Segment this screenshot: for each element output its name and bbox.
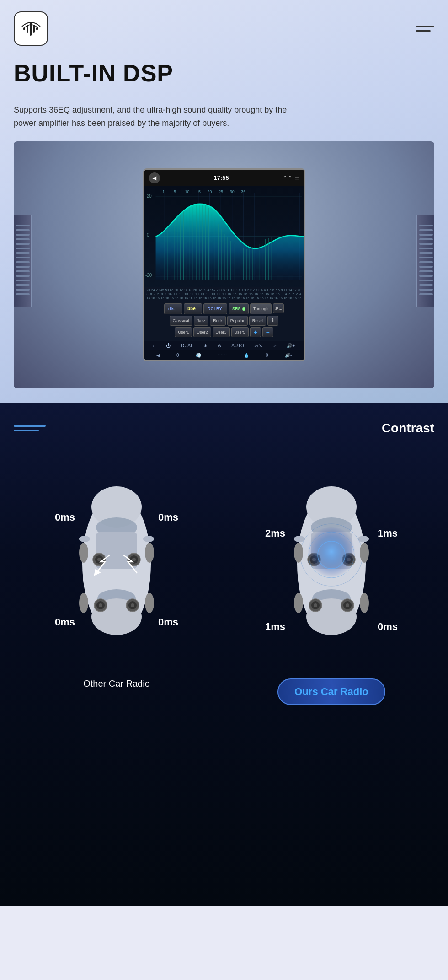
- climate-wind-icon[interactable]: 💨: [196, 353, 201, 358]
- svg-rect-29: [419, 257, 433, 258]
- svg-point-154: [294, 593, 303, 613]
- svg-point-153: [360, 543, 369, 563]
- eq-dolby-btn[interactable]: DOLBY: [203, 303, 227, 314]
- header: [14, 0, 434, 55]
- contrast-divider: [14, 445, 434, 445]
- climate-vol-down-icon[interactable]: 🔊-: [285, 353, 292, 358]
- eq-reset-btn[interactable]: Reset: [249, 316, 267, 326]
- svg-point-125: [145, 543, 154, 563]
- eq-user5-btn[interactable]: User5: [231, 327, 249, 337]
- svg-rect-20: [16, 289, 30, 291]
- dashboard-container: ◀ 17:55 ⌃⌃ ▭: [14, 141, 434, 388]
- other-car-column: 0ms 0ms 0ms 0ms: [14, 468, 219, 689]
- svg-rect-23: [419, 229, 433, 231]
- svg-point-111: [143, 536, 154, 542]
- svg-point-144: [314, 603, 317, 607]
- svg-text:10: 10: [185, 189, 189, 194]
- svg-point-135: [358, 536, 369, 542]
- screen-wifi-icon: ⌃⌃: [283, 175, 292, 181]
- svg-text:20: 20: [207, 189, 212, 194]
- eq-minus-btn[interactable]: −: [262, 327, 273, 337]
- eq-info-btn[interactable]: ℹ: [267, 316, 278, 326]
- contrast-header: Contrast: [14, 421, 434, 436]
- eq-dts-btn[interactable]: dts: [164, 303, 182, 314]
- svg-text:bbe: bbe: [187, 306, 196, 311]
- screen-content: ◀ 17:55 ⌃⌃ ▭: [144, 170, 304, 360]
- ours-timing-top-left: 2ms: [265, 528, 285, 539]
- ours-car-label: Ours Car Radio: [277, 678, 385, 705]
- climate-heat-icon[interactable]: 〰〰: [218, 353, 227, 358]
- eq-add-btn[interactable]: +: [250, 327, 261, 337]
- svg-point-114: [97, 558, 101, 561]
- eq-popular-btn[interactable]: Popular: [227, 316, 248, 326]
- eq-through-btn[interactable]: Through: [250, 303, 272, 314]
- svg-rect-37: [419, 293, 433, 295]
- contrast-title: Contrast: [382, 421, 434, 436]
- screen-back-btn[interactable]: ◀: [149, 172, 160, 183]
- ours-timing-bottom-left: 1ms: [265, 621, 285, 633]
- svg-point-123: [131, 603, 134, 607]
- climate-power-icon[interactable]: ⏻: [166, 343, 171, 348]
- screen-time: 17:55: [213, 174, 229, 181]
- climate-auto-label: AUTO: [231, 343, 244, 348]
- climate-vol-up-icon[interactable]: 🔊+: [287, 343, 295, 348]
- eq-rock-btn[interactable]: Rock: [210, 316, 226, 326]
- svg-text:20: 20: [146, 194, 151, 199]
- climate-snowflake-icon[interactable]: ❄: [203, 343, 207, 348]
- svg-text:-20: -20: [145, 273, 152, 278]
- eq-btn-row-1: dts bbe DOLBY SRS ◉ Through: [147, 303, 302, 314]
- contrast-lines-icon: [14, 425, 46, 431]
- eq-user2-btn[interactable]: User2: [193, 327, 211, 337]
- eq-buttons: dts bbe DOLBY SRS ◉ Through: [144, 301, 304, 341]
- svg-point-124: [79, 543, 88, 563]
- eq-vol-btn[interactable]: ⊕⊖: [273, 303, 284, 313]
- eq-bbe-btn[interactable]: bbe: [184, 303, 202, 314]
- svg-text:25: 25: [219, 189, 223, 194]
- svg-rect-26: [419, 243, 433, 245]
- eq-jazz-btn[interactable]: Jazz: [194, 316, 209, 326]
- menu-button[interactable]: [416, 26, 434, 32]
- eq-classical-btn[interactable]: Classical: [170, 316, 192, 326]
- climate-water-icon[interactable]: 💧: [244, 353, 249, 358]
- climate-recirculate-icon[interactable]: ↗: [273, 343, 277, 348]
- svg-point-148: [302, 523, 361, 587]
- climate-temp-label: 24°C: [254, 344, 262, 348]
- svg-rect-13: [16, 257, 30, 258]
- eq-user1-btn[interactable]: User1: [175, 327, 192, 337]
- svg-rect-8: [16, 234, 30, 236]
- cars-comparison: 0ms 0ms 0ms 0ms: [14, 468, 434, 705]
- svg-text:0: 0: [146, 232, 149, 237]
- svg-point-147: [346, 603, 349, 607]
- screen-battery-icon: ▭: [294, 175, 299, 181]
- climate-home-icon[interactable]: ⌂: [153, 343, 156, 348]
- page-title: BUILT-IN DSP: [14, 59, 434, 87]
- svg-rect-17: [16, 275, 30, 277]
- svg-text:5: 5: [173, 189, 176, 194]
- svg-rect-4: [33, 25, 35, 33]
- climate-fan-icon[interactable]: ⊙: [218, 343, 221, 348]
- svg-text:30: 30: [229, 189, 234, 194]
- climate-dual-label: DUAL: [181, 343, 193, 348]
- ours-car-wrapper: 2ms 1ms 1ms 0ms: [265, 468, 398, 669]
- other-car-label: Other Car Radio: [83, 678, 150, 689]
- svg-rect-25: [419, 238, 433, 240]
- svg-rect-7: [16, 229, 30, 231]
- eq-freq-labels: 20242945536580121418203239475770851k1.31…: [144, 287, 304, 301]
- other-car-wrapper: 0ms 0ms 0ms 0ms: [50, 468, 183, 669]
- eq-srs-btn[interactable]: SRS ◉: [229, 303, 249, 314]
- eq-user3-btn[interactable]: User3: [213, 327, 230, 337]
- svg-rect-28: [419, 252, 433, 254]
- svg-text:SRS ◉: SRS ◉: [232, 307, 245, 311]
- eq-btn-row-2: Classical Jazz Rock Popular Reset ℹ: [147, 316, 302, 326]
- svg-rect-16: [16, 270, 30, 272]
- svg-text:15: 15: [196, 189, 201, 194]
- subtitle: Supports 36EQ adjustment, and the ultra-…: [14, 103, 297, 130]
- svg-point-134: [294, 536, 305, 542]
- svg-rect-15: [16, 266, 30, 268]
- eq-btn-row-3: User1 User2 User3 User5 + −: [147, 327, 302, 337]
- climate-back-icon[interactable]: ◀: [156, 353, 160, 358]
- svg-point-120: [99, 603, 102, 607]
- eq-chart: 20 0 -20: [144, 186, 304, 287]
- svg-rect-33: [419, 275, 433, 277]
- svg-rect-19: [16, 284, 30, 286]
